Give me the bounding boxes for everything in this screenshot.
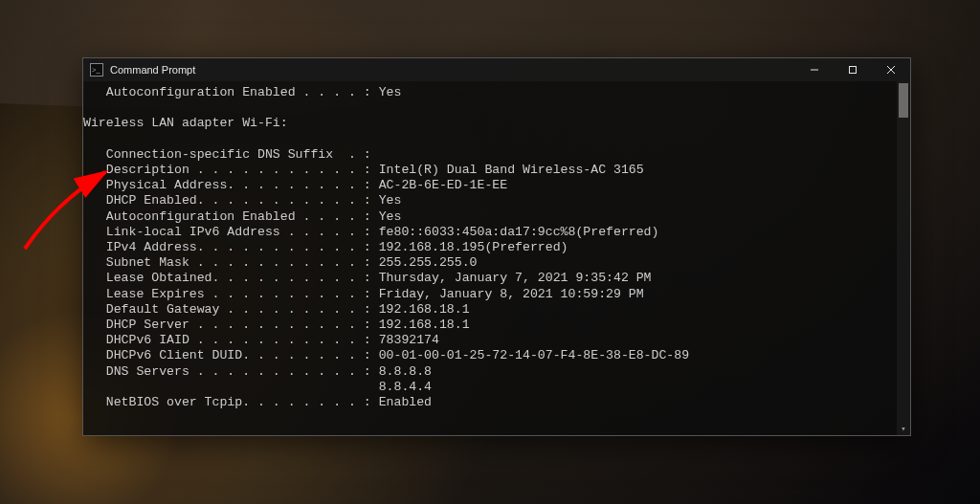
- maximize-button[interactable]: [834, 58, 872, 81]
- close-button[interactable]: [872, 58, 910, 81]
- command-prompt-window: >_ Command Prompt Autoconfiguration Enab…: [82, 57, 911, 436]
- scrollbar-thumb[interactable]: [899, 83, 908, 118]
- vertical-scrollbar[interactable]: ▴ ▾: [897, 81, 910, 435]
- desktop-wallpaper: >_ Command Prompt Autoconfiguration Enab…: [0, 0, 980, 504]
- terminal-text: Autoconfiguration Enabled . . . . : Yes …: [83, 81, 910, 418]
- cmd-icon: >_: [89, 62, 104, 77]
- window-title: Command Prompt: [110, 64, 195, 76]
- minimize-button[interactable]: [795, 58, 834, 81]
- svg-text:>_: >_: [92, 66, 101, 75]
- scroll-down-arrow-icon[interactable]: ▾: [897, 422, 910, 435]
- terminal-output[interactable]: Autoconfiguration Enabled . . . . : Yes …: [83, 81, 910, 435]
- svg-rect-3: [850, 67, 857, 74]
- titlebar[interactable]: >_ Command Prompt: [83, 58, 910, 81]
